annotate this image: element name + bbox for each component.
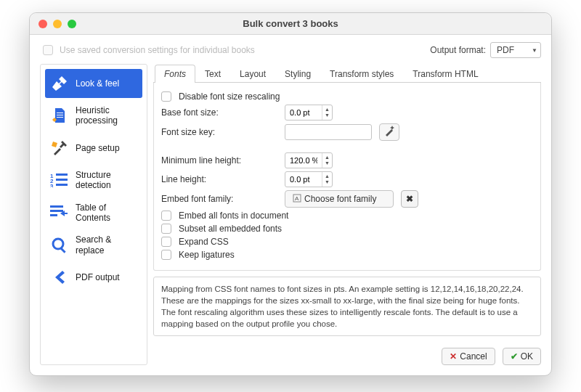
keep-ligatures-label: Keep ligatures — [179, 250, 235, 260]
tools-icon — [49, 138, 70, 158]
sidebar-item-pdf-output[interactable]: PDF output — [45, 263, 142, 292]
line-height-input[interactable]: ▲▼ — [285, 171, 333, 187]
sidebar-item-label: Table of Contents — [76, 203, 138, 224]
sidebar-item-page-setup[interactable]: Page setup — [45, 134, 142, 163]
sidebar-item-label: Structure detection — [76, 170, 138, 191]
subset-fonts-checkbox[interactable] — [161, 224, 171, 234]
tab-text[interactable]: Text — [195, 65, 230, 83]
tab-transform-styles[interactable]: Transform styles — [320, 65, 403, 83]
expand-css-checkbox[interactable] — [161, 237, 171, 247]
sidebar-item-search-replace[interactable]: Search & replace — [45, 230, 142, 260]
svg-text:A: A — [295, 195, 299, 202]
font-size-key-input[interactable] — [285, 124, 372, 140]
output-format-select[interactable]: PDF ▼ — [490, 42, 541, 58]
embed-all-fonts-label: Embed all fonts in document — [179, 211, 288, 221]
tab-label: Transform styles — [330, 69, 394, 79]
tab-layout[interactable]: Layout — [230, 65, 275, 83]
chevron-left-icon — [49, 267, 70, 287]
tabs: Fonts Text Layout Styling Transform styl… — [153, 64, 541, 83]
tab-fonts[interactable]: Fonts — [155, 65, 195, 83]
clear-icon: ✖ — [406, 194, 413, 204]
document-icon — [49, 105, 70, 126]
font-size-key-label: Font size key: — [161, 127, 277, 137]
brush-icon — [49, 73, 70, 94]
base-font-size-input[interactable]: ▲▼ — [285, 105, 333, 121]
sidebar: Look & feel Heuristic processing Page se… — [40, 64, 147, 365]
description-box: Mapping from CSS font names to font size… — [153, 277, 541, 336]
ok-label: OK — [521, 351, 533, 362]
keep-ligatures-checkbox[interactable] — [161, 250, 171, 260]
dialog-window: Bulk convert 3 books Use saved conversio… — [29, 12, 552, 376]
use-saved-settings-checkbox[interactable]: Use saved conversion settings for indivi… — [40, 43, 255, 57]
sidebar-item-label: Search & replace — [76, 234, 138, 256]
ok-button[interactable]: ✔ OK — [503, 348, 541, 365]
output-format-label: Output format: — [430, 45, 486, 55]
tab-label: Text — [205, 69, 221, 79]
svg-rect-3 — [56, 173, 68, 176]
base-font-size-label: Base font size: — [161, 107, 277, 118]
tab-transform-html[interactable]: Transform HTML — [403, 65, 487, 83]
output-format-value: PDF — [497, 45, 514, 55]
subset-fonts-label: Subset all embedded fonts — [179, 224, 282, 234]
embed-all-fonts-checkbox[interactable] — [161, 211, 171, 221]
wand-icon — [383, 126, 395, 139]
choose-font-label: Choose font family — [304, 194, 376, 204]
sidebar-item-label: PDF output — [76, 272, 120, 282]
svg-rect-7 — [50, 210, 63, 212]
disable-font-rescaling-checkbox[interactable] — [161, 91, 171, 102]
window-title: Bulk convert 3 books — [30, 18, 551, 29]
list-numbered-icon: 123 — [49, 170, 70, 190]
expand-css-label: Expand CSS — [179, 237, 229, 247]
cancel-label: Cancel — [460, 351, 487, 362]
min-line-height-label: Minimum line height: — [161, 155, 277, 166]
sidebar-item-label: Page setup — [76, 143, 120, 153]
tab-label: Transform HTML — [413, 69, 478, 79]
toc-icon — [49, 203, 70, 223]
ok-icon: ✔ — [511, 351, 518, 362]
svg-rect-5 — [56, 184, 68, 186]
svg-rect-10 — [60, 248, 66, 253]
svg-rect-6 — [50, 205, 63, 208]
chevron-down-icon: ▼ — [532, 47, 537, 54]
tab-label: Layout — [240, 69, 266, 79]
sidebar-item-toc[interactable]: Table of Contents — [45, 198, 142, 228]
sidebar-item-look-and-feel[interactable]: Look & feel — [45, 69, 142, 98]
cancel-icon: ✕ — [450, 351, 457, 362]
sidebar-item-label: Heuristic processing — [76, 105, 138, 126]
wizard-button[interactable] — [379, 123, 399, 141]
font-icon: A — [293, 194, 301, 205]
sidebar-item-structure[interactable]: 123 Structure detection — [45, 166, 142, 195]
min-line-height-input[interactable]: ▲▼ — [285, 152, 333, 168]
choose-font-button[interactable]: A Choose font family — [285, 190, 394, 208]
tab-label: Fonts — [164, 69, 186, 79]
svg-rect-8 — [50, 214, 57, 216]
sidebar-item-label: Look & feel — [76, 78, 119, 89]
svg-rect-4 — [56, 179, 68, 181]
embed-font-family-label: Embed font family: — [161, 194, 277, 204]
disable-font-rescaling-label: Disable font size rescaling — [179, 91, 280, 102]
tab-styling[interactable]: Styling — [275, 65, 320, 83]
sidebar-item-heuristic[interactable]: Heuristic processing — [45, 101, 142, 131]
line-height-label: Line height: — [161, 174, 277, 184]
cancel-button[interactable]: ✕ Cancel — [442, 348, 495, 365]
clear-font-button[interactable]: ✖ — [401, 190, 418, 208]
svg-text:3: 3 — [50, 183, 54, 187]
titlebar: Bulk convert 3 books — [30, 13, 551, 35]
svg-point-9 — [53, 239, 63, 249]
use-saved-settings-label: Use saved conversion settings for indivi… — [60, 45, 255, 55]
fonts-panel: Disable font size rescaling Base font si… — [153, 83, 541, 271]
tab-label: Styling — [285, 69, 311, 79]
search-icon — [49, 235, 70, 256]
